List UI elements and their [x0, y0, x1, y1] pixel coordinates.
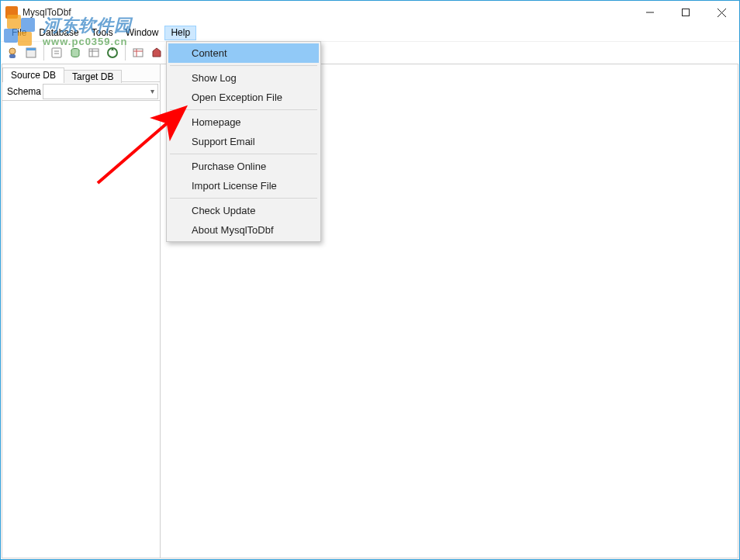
help-menu-item-import-license-file[interactable]: Import License File: [168, 176, 319, 195]
help-menu-item-content[interactable]: Content: [168, 43, 319, 63]
tab-source-db[interactable]: Source DB: [2, 67, 64, 82]
tab-target-db[interactable]: Target DB: [64, 70, 122, 83]
client-area: Source DB Target DB Schema ▾: [2, 64, 738, 558]
left-pane: Source DB Target DB Schema ▾: [2, 64, 161, 558]
tabs-container: Source DB Target DB: [2, 64, 160, 81]
help-menu-item-purchase-online[interactable]: Purchase Online: [168, 157, 319, 176]
help-menu-item-open-exception-file[interactable]: Open Exception File: [168, 88, 319, 107]
app-title: MysqlToDbf: [22, 7, 71, 18]
help-menu-item-about-mysqltodbf[interactable]: About MysqlToDbf: [168, 220, 319, 240]
schema-select[interactable]: ▾: [43, 84, 158, 99]
toolbar-btn-6[interactable]: [104, 44, 121, 61]
title-bar: MysqlToDbf: [1, 1, 739, 24]
svg-rect-16: [133, 49, 143, 57]
svg-rect-5: [9, 54, 16, 58]
chevron-down-icon: ▾: [150, 87, 154, 95]
menu-item-window[interactable]: Window: [119, 26, 165, 40]
toolbar-btn-8[interactable]: [148, 44, 165, 61]
toolbar-separator: [43, 45, 44, 60]
help-menu-item-homepage[interactable]: Homepage: [168, 112, 319, 132]
toolbar-btn-3[interactable]: [48, 44, 65, 61]
toolbar: [1, 41, 739, 63]
toolbar-btn-4[interactable]: [67, 44, 84, 61]
menu-separator: [170, 65, 317, 66]
svg-rect-12: [89, 49, 99, 57]
toolbar-btn-2[interactable]: [22, 44, 40, 61]
menu-separator: [170, 198, 317, 199]
svg-rect-1: [683, 9, 690, 16]
toolbar-separator-2: [125, 45, 126, 60]
close-button[interactable]: [704, 1, 739, 24]
help-menu-item-check-update[interactable]: Check Update: [168, 201, 319, 220]
tree-area[interactable]: [2, 100, 160, 558]
maximize-button[interactable]: [668, 1, 704, 24]
menu-item-file[interactable]: File: [5, 26, 33, 40]
svg-point-4: [9, 48, 16, 54]
app-window: MysqlToDbf File Database Tools Window He…: [0, 0, 740, 560]
minimize-button[interactable]: [632, 1, 668, 24]
help-menu-popup: ContentShow LogOpen Exception FileHomepa…: [166, 41, 321, 242]
menu-item-tools[interactable]: Tools: [85, 26, 119, 40]
help-menu-item-support-email[interactable]: Support Email: [168, 132, 319, 151]
schema-label: Schema: [2, 86, 43, 97]
menu-bar: File Database Tools Window Help: [1, 24, 739, 41]
schema-row: Schema ▾: [2, 81, 160, 100]
menu-separator: [170, 109, 317, 110]
svg-rect-7: [26, 48, 36, 50]
menu-item-help[interactable]: Help: [164, 26, 196, 40]
toolbar-btn-7[interactable]: [130, 44, 147, 61]
menu-separator: [170, 154, 317, 154]
svg-rect-8: [52, 48, 61, 57]
app-icon: [5, 6, 18, 19]
toolbar-btn-1[interactable]: [4, 44, 21, 61]
toolbar-btn-5[interactable]: [85, 44, 102, 61]
help-menu-item-show-log[interactable]: Show Log: [168, 68, 319, 88]
menu-item-database[interactable]: Database: [33, 26, 85, 40]
